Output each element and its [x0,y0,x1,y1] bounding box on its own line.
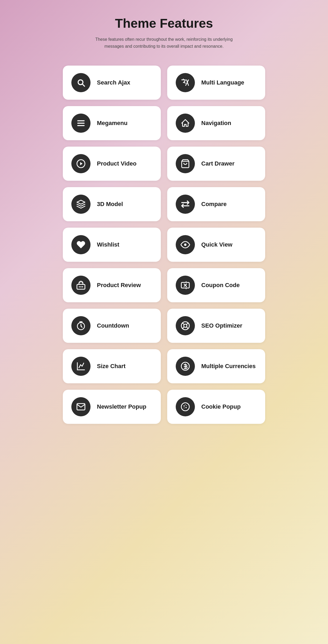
feature-card-compare: Compare [167,187,265,221]
feature-label-product-review: Product Review [97,282,141,289]
feature-card-countdown: Countdown [63,309,161,343]
eye-icon [176,235,195,254]
feature-label-cart-drawer: Cart Drawer [201,160,235,167]
svg-point-21 [185,404,186,405]
feature-label-3d-model: 3D Model [97,201,123,208]
feature-label-search-ajax: Search Ajax [97,79,130,86]
feature-label-megamenu: Megamenu [97,120,128,127]
feature-card-product-video: Product Video [63,147,161,181]
feature-card-cookie-popup: Cookie Popup [167,390,265,424]
svg-point-6 [80,286,82,288]
svg-marker-1 [80,162,83,165]
feature-label-compare: Compare [201,201,227,208]
svg-point-19 [184,408,184,408]
svg-point-5 [79,286,80,288]
feature-card-wishlist: Wishlist [63,228,161,262]
play-icon [71,154,91,173]
newsletter-icon [71,397,91,416]
menu-icon [71,114,91,133]
home-icon [176,114,195,133]
currencies-icon [176,357,195,376]
feature-card-product-review: Product Review [63,268,161,302]
feature-card-newsletter-popup: Newsletter Popup [63,390,161,424]
search-icon [71,73,91,92]
feature-label-quick-view: Quick View [201,241,232,248]
feature-card-size-chart: Size Chart [63,349,161,383]
feature-label-multi-language: Multi Language [201,79,244,86]
feature-label-product-video: Product Video [97,160,137,167]
countdown-icon [71,316,91,335]
svg-point-9 [184,284,184,284]
chart-icon [71,357,91,376]
feature-label-newsletter-popup: Newsletter Popup [97,403,146,410]
feature-card-search-ajax: Search Ajax [63,66,161,100]
feature-card-quick-view: Quick View [167,228,265,262]
feature-label-cookie-popup: Cookie Popup [201,403,241,410]
feature-card-megamenu: Megamenu [63,106,161,140]
feature-label-seo-optimizer: SEO Optimizer [201,322,242,329]
feature-label-coupon-code: Coupon Code [201,282,240,289]
coupon-icon [176,276,195,295]
heart-icon [71,235,91,254]
svg-point-16 [181,403,189,411]
feature-card-coupon-code: Coupon Code [167,268,265,302]
feature-card-multiple-currencies: Multiple Currencies [167,349,265,383]
feature-label-navigation: Navigation [201,120,231,127]
translate-icon [176,73,195,92]
feature-card-multi-language: Multi Language [167,66,265,100]
feature-card-seo-optimizer: SEO Optimizer [167,309,265,343]
feature-label-countdown: Countdown [97,322,129,329]
svg-point-20 [186,405,187,406]
feature-label-multiple-currencies: Multiple Currencies [201,363,256,370]
cookie-icon [176,397,195,416]
feature-card-navigation: Navigation [167,106,265,140]
cart-icon [176,154,195,173]
svg-point-18 [186,407,187,408]
features-grid: Search AjaxMulti LanguageMegamenuNavigat… [63,66,265,424]
svg-point-7 [82,286,83,288]
seo-icon [176,316,195,335]
feature-label-wishlist: Wishlist [97,241,119,248]
feature-label-size-chart: Size Chart [97,363,126,370]
svg-point-3 [184,244,187,246]
page-subtitle: These features often recur throughout th… [95,36,233,50]
review-icon [71,276,91,295]
svg-point-17 [183,405,185,407]
feature-card-3d-model: 3D Model [63,187,161,221]
compare-icon [176,195,195,214]
page-title: Theme Features [115,16,213,31]
feature-card-cart-drawer: Cart Drawer [167,147,265,181]
model3d-icon [71,195,91,214]
